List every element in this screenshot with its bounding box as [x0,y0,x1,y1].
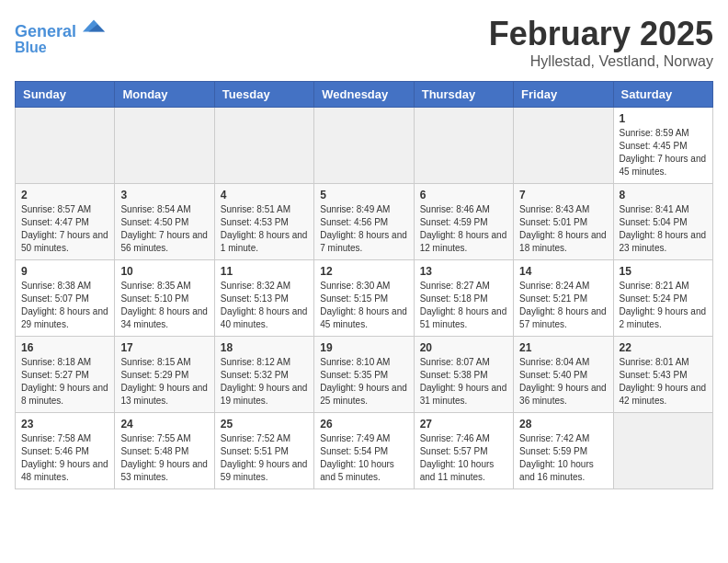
day-info: Sunrise: 8:24 AM Sunset: 5:21 PM Dayligh… [519,280,607,331]
calendar-cell: 15Sunrise: 8:21 AM Sunset: 5:24 PM Dayli… [613,260,712,337]
day-number: 19 [320,341,407,354]
calendar-cell: 10Sunrise: 8:35 AM Sunset: 5:10 PM Dayli… [115,260,214,337]
calendar-cell [16,108,115,184]
day-info: Sunrise: 8:21 AM Sunset: 5:24 PM Dayligh… [620,280,707,331]
day-info: Sunrise: 8:46 AM Sunset: 4:59 PM Dayligh… [420,203,507,255]
calendar-cell: 8Sunrise: 8:41 AM Sunset: 5:04 PM Daylig… [613,184,712,260]
calendar-cell: 18Sunrise: 8:12 AM Sunset: 5:32 PM Dayli… [214,337,313,413]
calendar-table: SundayMondayTuesdayWednesdayThursdayFrid… [15,81,713,489]
day-number: 11 [221,265,308,278]
col-header-monday: Monday [115,82,214,108]
day-number: 26 [320,418,407,431]
calendar-cell [414,108,513,184]
day-number: 5 [320,189,407,201]
day-info: Sunrise: 8:07 AM Sunset: 5:38 PM Dayligh… [420,356,507,408]
day-number: 12 [320,265,407,278]
day-info: Sunrise: 8:10 AM Sunset: 5:35 PM Dayligh… [320,356,407,408]
day-number: 23 [21,418,108,431]
calendar-cell: 12Sunrise: 8:30 AM Sunset: 5:15 PM Dayli… [314,260,414,337]
calendar-cell: 5Sunrise: 8:49 AM Sunset: 4:56 PM Daylig… [314,184,414,260]
day-number: 13 [420,265,507,278]
calendar-header-row: SundayMondayTuesdayWednesdayThursdayFrid… [16,82,713,108]
day-info: Sunrise: 8:35 AM Sunset: 5:10 PM Dayligh… [120,280,208,331]
day-info: Sunrise: 8:32 AM Sunset: 5:13 PM Dayligh… [221,280,308,331]
col-header-friday: Friday [514,82,613,108]
day-info: Sunrise: 8:18 AM Sunset: 5:27 PM Dayligh… [21,356,108,408]
day-number: 3 [120,189,208,201]
day-number: 14 [519,265,607,278]
logo-text: General [15,15,105,41]
day-info: Sunrise: 7:46 AM Sunset: 5:57 PM Dayligh… [420,432,507,484]
week-row-3: 16Sunrise: 8:18 AM Sunset: 5:27 PM Dayli… [16,337,713,413]
day-number: 21 [519,341,607,354]
title-area: February 2025 Hyllestad, Vestland, Norwa… [489,15,713,70]
calendar-cell: 13Sunrise: 8:27 AM Sunset: 5:18 PM Dayli… [414,260,513,337]
logo-blue: Blue [15,40,105,56]
week-row-1: 2Sunrise: 8:57 AM Sunset: 4:47 PM Daylig… [16,184,713,260]
day-number: 18 [221,341,308,354]
calendar-cell: 20Sunrise: 8:07 AM Sunset: 5:38 PM Dayli… [414,337,513,413]
day-info: Sunrise: 8:12 AM Sunset: 5:32 PM Dayligh… [221,356,308,408]
calendar-cell: 19Sunrise: 8:10 AM Sunset: 5:35 PM Dayli… [314,337,414,413]
calendar-cell [214,108,313,184]
day-number: 16 [21,341,108,354]
calendar-cell: 16Sunrise: 8:18 AM Sunset: 5:27 PM Dayli… [16,337,115,413]
day-number: 28 [519,418,607,431]
col-header-wednesday: Wednesday [314,82,414,108]
day-info: Sunrise: 8:41 AM Sunset: 5:04 PM Dayligh… [620,203,707,255]
col-header-tuesday: Tuesday [214,82,313,108]
day-info: Sunrise: 8:54 AM Sunset: 4:50 PM Dayligh… [120,203,208,255]
calendar-cell: 23Sunrise: 7:58 AM Sunset: 5:46 PM Dayli… [16,413,115,489]
calendar-cell: 4Sunrise: 8:51 AM Sunset: 4:53 PM Daylig… [214,184,313,260]
day-number: 8 [620,189,707,201]
location: Hyllestad, Vestland, Norway [489,53,713,70]
calendar-cell: 9Sunrise: 8:38 AM Sunset: 5:07 PM Daylig… [16,260,115,337]
calendar-cell: 1Sunrise: 8:59 AM Sunset: 4:45 PM Daylig… [613,108,712,184]
calendar-cell [613,413,712,489]
calendar-cell: 22Sunrise: 8:01 AM Sunset: 5:43 PM Dayli… [613,337,712,413]
day-number: 25 [221,418,308,431]
day-number: 10 [120,265,208,278]
calendar-cell [514,108,613,184]
day-info: Sunrise: 8:59 AM Sunset: 4:45 PM Dayligh… [620,127,707,178]
day-info: Sunrise: 8:30 AM Sunset: 5:15 PM Dayligh… [320,280,407,331]
day-info: Sunrise: 8:51 AM Sunset: 4:53 PM Dayligh… [221,203,308,255]
calendar-cell: 24Sunrise: 7:55 AM Sunset: 5:48 PM Dayli… [115,413,214,489]
day-info: Sunrise: 8:43 AM Sunset: 5:01 PM Dayligh… [519,203,607,255]
week-row-4: 23Sunrise: 7:58 AM Sunset: 5:46 PM Dayli… [16,413,713,489]
calendar-cell: 11Sunrise: 8:32 AM Sunset: 5:13 PM Dayli… [214,260,313,337]
day-number: 22 [620,341,707,354]
page-header: General Blue February 2025 Hyllestad, Ve… [15,15,713,70]
day-number: 2 [21,189,108,201]
day-number: 27 [420,418,507,431]
day-info: Sunrise: 7:55 AM Sunset: 5:48 PM Dayligh… [120,432,208,484]
col-header-saturday: Saturday [613,82,712,108]
day-info: Sunrise: 8:04 AM Sunset: 5:40 PM Dayligh… [519,356,607,408]
week-row-2: 9Sunrise: 8:38 AM Sunset: 5:07 PM Daylig… [16,260,713,337]
day-info: Sunrise: 8:15 AM Sunset: 5:29 PM Dayligh… [120,356,208,408]
day-info: Sunrise: 8:27 AM Sunset: 5:18 PM Dayligh… [420,280,507,331]
calendar-cell: 2Sunrise: 8:57 AM Sunset: 4:47 PM Daylig… [16,184,115,260]
calendar-cell: 25Sunrise: 7:52 AM Sunset: 5:51 PM Dayli… [214,413,313,489]
calendar-cell: 3Sunrise: 8:54 AM Sunset: 4:50 PM Daylig… [115,184,214,260]
day-number: 24 [120,418,208,431]
day-number: 20 [420,341,507,354]
day-number: 6 [420,189,507,201]
calendar-cell: 14Sunrise: 8:24 AM Sunset: 5:21 PM Dayli… [514,260,613,337]
week-row-0: 1Sunrise: 8:59 AM Sunset: 4:45 PM Daylig… [16,108,713,184]
logo-icon [83,15,105,37]
day-number: 9 [21,265,108,278]
logo: General Blue [15,15,105,55]
day-number: 1 [620,112,707,125]
day-number: 4 [221,189,308,201]
day-info: Sunrise: 7:42 AM Sunset: 5:59 PM Dayligh… [519,432,607,484]
day-info: Sunrise: 8:38 AM Sunset: 5:07 PM Dayligh… [21,280,108,331]
day-info: Sunrise: 8:57 AM Sunset: 4:47 PM Dayligh… [21,203,108,255]
day-info: Sunrise: 7:58 AM Sunset: 5:46 PM Dayligh… [21,432,108,484]
calendar-cell: 28Sunrise: 7:42 AM Sunset: 5:59 PM Dayli… [514,413,613,489]
col-header-thursday: Thursday [414,82,513,108]
calendar-cell [314,108,414,184]
day-number: 15 [620,265,707,278]
calendar-cell [115,108,214,184]
day-number: 7 [519,189,607,201]
